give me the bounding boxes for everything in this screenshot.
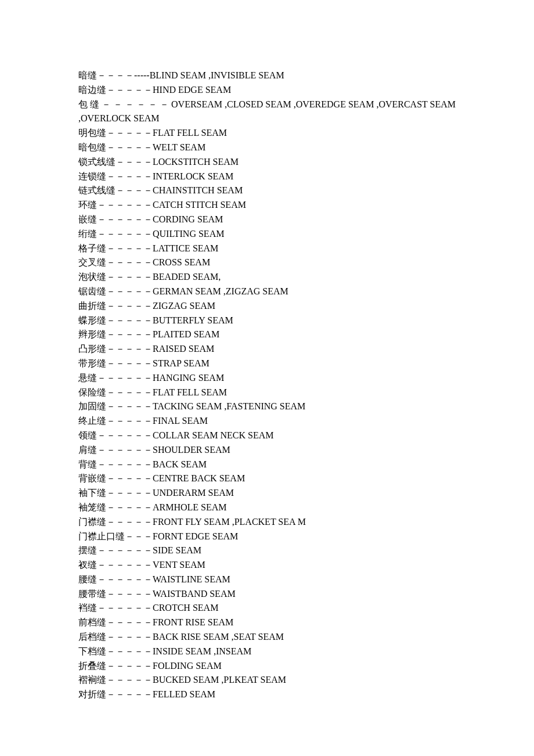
list-item: 下档缝－－－－－INSIDE SEAM ,INSEAM (78, 645, 456, 659)
list-item: 链式线缝－－－－CHAINSTITCH SEAM (78, 183, 456, 198)
list-item: 泡状缝－－－－－BEADED SEAM, (78, 270, 456, 285)
list-item: 凸形缝－－－－－RAISED SEAM (78, 342, 456, 357)
list-item: 衩缝－－－－－－VENT SEAM (78, 558, 456, 573)
document-page: 暗缝－－－－-----BLIND SEAM ,INVISIBLE SEAM暗边缝… (0, 0, 534, 756)
list-item: 暗边缝－－－－－HIND EDGE SEAM (78, 83, 456, 98)
list-item: 背嵌缝－－－－－CENTRE BACK SEAM (78, 471, 456, 486)
list-item: 后档缝－－－－－BACK RISE SEAM ,SEAT SEAM (78, 630, 456, 645)
list-item: 终止缝－－－－－FINAL SEAM (78, 414, 456, 429)
list-item: 明包缝－－－－－FLAT FELL SEAM (78, 126, 456, 141)
list-item: 环缝－－－－－－CATCH STITCH SEAM (78, 198, 456, 213)
list-item: 袖下缝－－－－－UNDERARM SEAM (78, 486, 456, 501)
list-item: 暗包缝－－－－－WELT SEAM (78, 141, 456, 155)
list-item: 领缝－－－－－－COLLAR SEAM NECK SEAM (78, 429, 456, 443)
list-item: 背缝－－－－－－BACK SEAM (78, 458, 456, 472)
list-item: 曲折缝－－－－－ZIGZAG SEAM (78, 299, 456, 314)
terminology-list: 暗缝－－－－-----BLIND SEAM ,INVISIBLE SEAM暗边缝… (78, 69, 456, 702)
list-item: 暗缝－－－－-----BLIND SEAM ,INVISIBLE SEAM (78, 69, 456, 83)
list-item: 辫形缝－－－－－PLAITED SEAM (78, 327, 456, 342)
list-item: 绗缝－－－－－－QUILTING SEAM (78, 227, 456, 242)
list-item: 前档缝－－－－－FRONT RISE SEAM (78, 615, 456, 630)
list-item: 保险缝－－－－－FLAT FELL SEAM (78, 386, 456, 400)
list-item: 门襟止口缝－－－FORNT EDGE SEAM (78, 530, 456, 544)
list-item: 袖笼缝－－－－－ARMHOLE SEAM (78, 501, 456, 515)
list-item: 嵌缝－－－－－－CORDING SEAM (78, 213, 456, 227)
list-item: 悬缝－－－－－－HANGING SEAM (78, 371, 456, 386)
list-item: 摆缝－－－－－－SIDE SEAM (78, 543, 456, 558)
list-item: 格子缝－－－－－LATTICE SEAM (78, 242, 456, 256)
list-item: 包 缝 － － － － － － OVERSEAM ,CLOSED SEAM ,O… (78, 98, 456, 127)
list-item: 对折缝－－－－－FELLED SEAM (78, 687, 456, 702)
list-item: 蝶形缝－－－－－BUTTERFLY SEAM (78, 314, 456, 328)
list-item: 锯齿缝－－－－－GERMAN SEAM ,ZIGZAG SEAM (78, 285, 456, 299)
list-item: 门襟缝－－－－－FRONT FLY SEAM ,PLACKET SEA M (78, 515, 456, 530)
list-item: 腰带缝－－－－－WAISTBAND SEAM (78, 587, 456, 602)
list-item: 加固缝－－－－－TACKING SEAM ,FASTENING SEAM (78, 399, 456, 414)
list-item: 褶裥缝－－－－－BUCKED SEAM ,PLKEAT SEAM (78, 673, 456, 687)
list-item: 肩缝－－－－－－SHOULDER SEAM (78, 443, 456, 458)
list-item: 折叠缝－－－－－FOLDING SEAM (78, 659, 456, 674)
list-item: 连锁缝－－－－－INTERLOCK SEAM (78, 170, 456, 184)
list-item: 锁式线缝－－－－LOCKSTITCH SEAM (78, 155, 456, 170)
list-item: 带形缝－－－－－STRAP SEAM (78, 357, 456, 371)
list-item: 裆缝－－－－－－CROTCH SEAM (78, 601, 456, 615)
list-item: 交叉缝－－－－－CROSS SEAM (78, 255, 456, 270)
list-item: 腰缝－－－－－－WAISTLINE SEAM (78, 573, 456, 587)
